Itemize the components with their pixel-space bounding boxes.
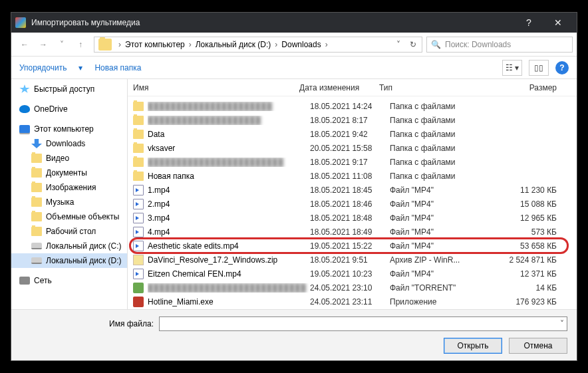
sidebar-item[interactable]: Объемные объекты: [11, 209, 127, 224]
column-headers[interactable]: Имя Дата изменения Тип Размер: [128, 79, 577, 96]
file-row[interactable]: ████████████████████████18.05.2021 9:17П…: [128, 155, 577, 169]
file-size: 12 371 КБ: [483, 269, 577, 279]
file-row[interactable]: ████████████████████████████24.05.2021 2…: [128, 281, 577, 295]
file-row[interactable]: vksaver20.05.2021 15:58Папка с файлами: [128, 141, 577, 155]
sidebar: Быстрый доступOneDriveЭтот компьютерDown…: [11, 79, 128, 309]
mp4-icon: [133, 269, 144, 279]
recent-dropdown[interactable]: ˅: [53, 35, 71, 54]
file-name: Hotline_Miami.exe: [148, 297, 310, 307]
col-type[interactable]: Тип: [379, 83, 472, 92]
crumb-0[interactable]: Этот компьютер: [125, 40, 185, 49]
file-name: ████████████████████████: [148, 158, 310, 167]
breadcrumb-dropdown[interactable]: ˅: [391, 40, 406, 49]
file-row[interactable]: 2.mp418.05.2021 18:46Файл "MP4"15 088 КБ: [128, 197, 577, 211]
folder-icon: [133, 130, 144, 139]
sidebar-item[interactable]: Downloads: [11, 136, 127, 151]
file-row[interactable]: Hotline_Miami.exe24.05.2021 23:11Приложе…: [128, 295, 577, 309]
chevron-right-icon: ›: [321, 40, 332, 49]
chevron-right-icon: ›: [185, 40, 196, 49]
sidebar-item[interactable]: Этот компьютер: [11, 122, 127, 136]
open-button[interactable]: Открыть: [444, 338, 502, 354]
file-date: 18.05.2021 9:17: [310, 158, 390, 167]
sidebar-item-label: Сеть: [34, 276, 52, 285]
file-date: 19.05.2021 15:22: [310, 241, 390, 251]
mp4-icon: [133, 241, 144, 251]
col-date[interactable]: Дата изменения: [299, 83, 379, 92]
file-type: Файл "MP4": [390, 186, 483, 195]
folder-icon: [133, 116, 144, 125]
file-type: Папка с файлами: [390, 172, 483, 181]
file-date: 18.05.2021 9:51: [310, 255, 390, 265]
close-button[interactable]: ✕: [543, 13, 573, 33]
file-row[interactable]: Data18.05.2021 9:42Папка с файлами: [128, 127, 577, 141]
file-name: 4.mp4: [148, 227, 310, 237]
sidebar-item[interactable]: Локальный диск (D:): [11, 253, 127, 268]
file-row[interactable]: Новая папка18.05.2021 11:08Папка с файла…: [128, 169, 577, 183]
torrent-icon: [133, 283, 144, 293]
help-button[interactable]: ?: [555, 61, 569, 74]
folder-icon: [31, 227, 42, 236]
file-dialog: Импортировать мультимедиа ? ✕ ← → ˅ ↑ › …: [11, 12, 577, 361]
titlebar[interactable]: Импортировать мультимедиа ? ✕: [11, 13, 577, 33]
sidebar-item-label: Быстрый доступ: [34, 84, 94, 94]
organize-dropdown-icon[interactable]: ▾: [78, 63, 82, 72]
file-row[interactable]: 1.mp418.05.2021 18:45Файл "MP4"11 230 КБ: [128, 183, 577, 197]
file-name: Aesthetic skate edits.mp4: [148, 241, 310, 251]
filename-input[interactable]: [159, 316, 567, 331]
sidebar-item-label: Этот компьютер: [34, 124, 94, 134]
file-row[interactable]: Eitzen Chemical FEN.mp419.05.2021 10:23Ф…: [128, 267, 577, 281]
drive-icon: [31, 257, 42, 264]
folder-icon: [133, 158, 144, 167]
col-size[interactable]: Размер: [472, 83, 577, 92]
sidebar-item[interactable]: Рабочий стол: [11, 224, 127, 239]
crumb-1[interactable]: Локальный диск (D:): [196, 40, 271, 49]
file-type: Файл "MP4": [390, 213, 483, 223]
help-titlebar-button[interactable]: ?: [514, 13, 543, 33]
sidebar-item-label: Объемные объекты: [46, 212, 119, 221]
col-name[interactable]: Имя: [133, 83, 299, 92]
file-size: 15 088 КБ: [483, 199, 577, 209]
file-date: 24.05.2021 23:11: [310, 297, 390, 307]
file-type: Файл "MP4": [390, 199, 483, 209]
breadcrumb[interactable]: › Этот компьютер › Локальный диск (D:) ›…: [94, 37, 422, 53]
file-row[interactable]: ████████████████████18.05.2021 8:17Папка…: [128, 113, 577, 127]
file-row[interactable]: 3.mp418.05.2021 18:48Файл "MP4"12 965 КБ: [128, 211, 577, 225]
folder-icon: [133, 102, 144, 111]
sidebar-item[interactable]: Быстрый доступ: [11, 82, 127, 96]
sidebar-item-label: Музыка: [46, 197, 74, 207]
sidebar-item[interactable]: Видео: [11, 151, 127, 166]
sidebar-item-label: Видео: [46, 154, 69, 163]
sidebar-item-label: Downloads: [46, 139, 85, 148]
forward-button[interactable]: →: [34, 35, 53, 54]
file-row[interactable]: Aesthetic skate edits.mp419.05.2021 15:2…: [128, 239, 577, 253]
sidebar-item[interactable]: OneDrive: [11, 102, 127, 116]
file-list[interactable]: Имя Дата изменения Тип Размер ██████████…: [128, 79, 577, 309]
file-name: 3.mp4: [148, 213, 310, 223]
crumb-2[interactable]: Downloads: [281, 40, 321, 49]
sidebar-item[interactable]: Изображения: [11, 180, 127, 195]
preview-pane-button[interactable]: ▯▯: [529, 60, 549, 76]
organize-menu[interactable]: Упорядочить: [19, 63, 67, 72]
file-name: Data: [148, 130, 310, 139]
sidebar-item[interactable]: Документы: [11, 166, 127, 180]
back-button[interactable]: ←: [15, 35, 34, 54]
file-row[interactable]: 4.mp418.05.2021 18:49Файл "MP4"573 КБ: [128, 225, 577, 239]
refresh-button[interactable]: ↻: [406, 40, 420, 49]
file-date: 19.05.2021 10:23: [310, 269, 390, 279]
file-date: 18.05.2021 18:48: [310, 213, 390, 223]
sidebar-item-label: Рабочий стол: [46, 227, 96, 236]
sidebar-item[interactable]: Локальный диск (C:): [11, 239, 127, 253]
file-date: 24.05.2021 23:10: [310, 283, 390, 293]
file-row[interactable]: ██████████████████████18.05.2021 14:24Па…: [128, 99, 577, 113]
file-row[interactable]: DaVinci_Resolve_17.2_Windows.zip18.05.20…: [128, 253, 577, 267]
cancel-button[interactable]: Отмена: [509, 338, 567, 354]
file-type: Папка с файлами: [390, 158, 483, 167]
sidebar-item[interactable]: Сеть: [11, 273, 127, 288]
new-folder-button[interactable]: Новая папка: [94, 63, 141, 72]
sidebar-item[interactable]: Музыка: [11, 195, 127, 209]
file-type: Папка с файлами: [390, 130, 483, 139]
folder-icon: [31, 168, 42, 178]
search-input[interactable]: 🔍 Поиск: Downloads: [426, 37, 573, 53]
view-mode-button[interactable]: ☷ ▾: [502, 60, 522, 76]
up-button[interactable]: ↑: [71, 35, 90, 54]
